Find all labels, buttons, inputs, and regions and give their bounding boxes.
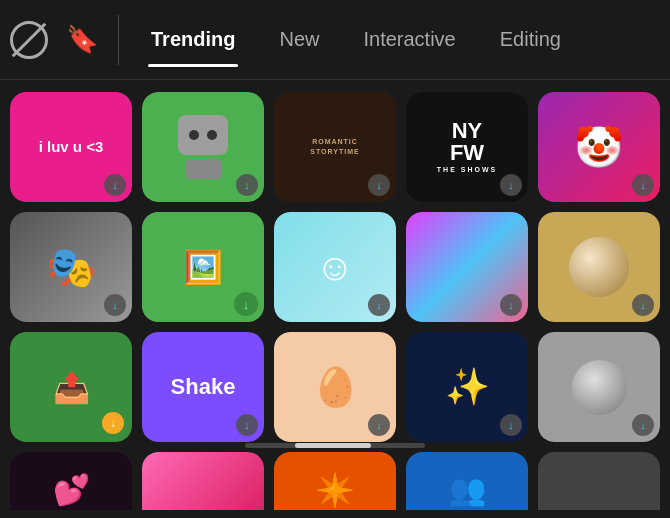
grid-item-mask[interactable]: 🎭 ↓ [10, 212, 132, 322]
download-badge: ↓ [368, 174, 390, 196]
grid-item-upload[interactable]: 📤 ↓ [10, 332, 132, 442]
grid-item-pink[interactable] [142, 452, 264, 510]
tab-editing[interactable]: Editing [478, 18, 583, 61]
tab-interactive[interactable]: Interactive [341, 18, 477, 61]
grid-item-nyfw[interactable]: NYFW THE SHOWS ↓ [406, 92, 528, 202]
download-badge: ↓ [500, 174, 522, 196]
header: 🔖 Trending New Interactive Editing [0, 0, 670, 80]
grid-item-orange-star[interactable]: ✴️ [274, 452, 396, 510]
download-badge: ↓ [632, 174, 654, 196]
download-badge: ↓ [236, 414, 258, 436]
grid-item-sphere[interactable]: ↓ [538, 212, 660, 322]
grid-item-landscape[interactable]: 🖼️ ↓ [142, 212, 264, 322]
header-divider [118, 15, 119, 65]
grid-item-hearts[interactable]: 💕 [10, 452, 132, 510]
grid-item-clown[interactable]: 🤡 ↓ [538, 92, 660, 202]
grid-item-group[interactable]: 👥 [406, 452, 528, 510]
scroll-indicator [245, 443, 425, 448]
grid-item-luv[interactable]: i luv u <3 ↓ [10, 92, 132, 202]
tab-new[interactable]: New [257, 18, 341, 61]
download-badge: ↓ [368, 294, 390, 316]
grid-item-dark[interactable] [538, 452, 660, 510]
grid-item-egg[interactable]: 🥚 ↓ [274, 332, 396, 442]
download-badge: ↓ [500, 294, 522, 316]
grid-item-shake[interactable]: Shake ↓ [142, 332, 264, 442]
download-badge: ↓ [500, 414, 522, 436]
download-badge: ↓ [104, 294, 126, 316]
download-badge: ↓ [104, 174, 126, 196]
grid-item-sparkle[interactable]: ✨ ↓ [406, 332, 528, 442]
tab-bar: Trending New Interactive Editing [129, 18, 660, 61]
download-badge: ↓ [632, 294, 654, 316]
tab-trending[interactable]: Trending [129, 18, 257, 61]
download-badge: ↓ [236, 174, 258, 196]
app-container: 🔖 Trending New Interactive Editing i luv… [0, 0, 670, 518]
grid-item-grey[interactable]: ↓ [538, 332, 660, 442]
bookmark-icon[interactable]: 🔖 [66, 24, 98, 55]
grid-item-face[interactable]: ☺️ ↓ [274, 212, 396, 322]
download-badge: ↓ [368, 414, 390, 436]
grid-item-romantic[interactable]: ROMANTICSTORYTIME ↓ [274, 92, 396, 202]
ban-icon[interactable] [10, 21, 48, 59]
download-badge: ↓ [632, 414, 654, 436]
grid-item-gradient[interactable]: ↓ [406, 212, 528, 322]
grid-item-robot[interactable]: ↓ [142, 92, 264, 202]
